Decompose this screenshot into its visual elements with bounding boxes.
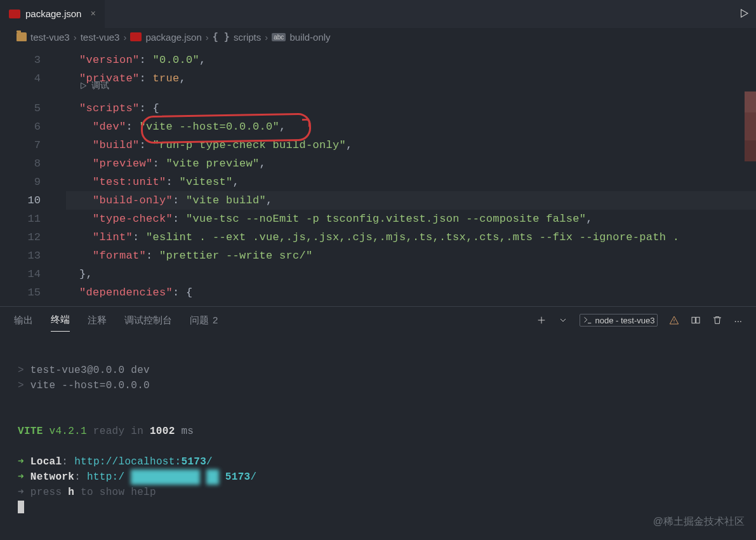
line-gutter: 3 4 5 6 7 8 9 10 11 12 13 14 15 [0, 46, 58, 302]
tab-problems[interactable]: 问题2 [190, 309, 218, 332]
panel-actions: node - test-vue3 ··· [536, 314, 742, 327]
breadcrumb-seg[interactable]: scripts [234, 32, 261, 43]
line-number: 10 [0, 191, 58, 210]
chevron-right-icon: › [206, 32, 209, 43]
trash-icon[interactable] [712, 315, 722, 325]
tab-debug-console[interactable]: 调试控制台 [124, 309, 172, 332]
chevron-right-icon: › [265, 32, 268, 43]
chevron-down-icon[interactable] [558, 315, 568, 325]
bottom-panel: 输出 终端 注释 调试控制台 问题2 node - test-vue3 ··· … [0, 306, 756, 540]
run-icon[interactable] [738, 8, 750, 22]
debug-label: 调试 [91, 80, 109, 91]
line-number: 11 [0, 210, 58, 228]
code-line[interactable]: "version": "0.0.0", [66, 51, 756, 69]
line-number: 12 [0, 228, 58, 246]
braces-icon: { } [213, 31, 230, 43]
terminal-cursor [18, 501, 24, 513]
tab-bar: package.json × [0, 0, 756, 28]
code-area[interactable]: "version": "0.0.0", "private": true, "sc… [66, 51, 756, 302]
code-line[interactable]: "dev": "vite --host=0.0.0.0", [66, 118, 756, 136]
tab-output[interactable]: 输出 [14, 309, 33, 332]
warning-icon[interactable] [669, 315, 679, 325]
terminal-output[interactable]: > test-vue3@0.0.0 dev > vite --host=0.0.… [0, 334, 756, 515]
line-number: 7 [0, 136, 58, 154]
line-number: 8 [0, 154, 58, 173]
minimap[interactable] [745, 91, 756, 161]
line-number: 3 [0, 51, 58, 69]
new-terminal-icon[interactable] [536, 315, 547, 325]
breadcrumb-seg[interactable]: package.json [145, 32, 201, 43]
code-line[interactable]: "type-check": "vue-tsc --noEmit -p tscon… [66, 210, 756, 228]
terminal-selector[interactable]: node - test-vue3 [580, 314, 658, 327]
panel-tabs: 输出 终端 注释 调试控制台 问题2 node - test-vue3 ··· [0, 307, 756, 334]
chevron-right-icon: › [123, 32, 126, 43]
line-number: 4 [0, 69, 58, 88]
close-icon[interactable]: × [90, 9, 95, 19]
breadcrumb-seg[interactable]: test-vue3 [81, 32, 120, 43]
tab-package-json[interactable]: package.json × [0, 0, 105, 28]
code-line[interactable]: "lint": "eslint . --ext .vue,.js,.jsx,.c… [66, 228, 756, 246]
code-line[interactable]: "test:unit": "vitest", [66, 173, 756, 191]
code-line[interactable]: "preview": "vite preview", [66, 154, 756, 173]
chevron-right-icon: › [74, 32, 77, 43]
breadcrumb-seg[interactable]: test-vue3 [30, 32, 70, 43]
breadcrumb[interactable]: test-vue3 › test-vue3 › package.json › {… [0, 28, 756, 46]
blurred-ip [131, 469, 200, 485]
string-icon: abc [272, 33, 286, 41]
line-number: 14 [0, 265, 58, 283]
code-line[interactable]: "format": "prettier --write src/" [66, 246, 756, 265]
code-line[interactable]: "scripts": { [66, 99, 756, 118]
watermark: @稀土掘金技术社区 [653, 515, 745, 529]
code-line[interactable]: "private": true, [66, 69, 756, 88]
svg-rect-1 [696, 317, 700, 323]
breadcrumb-seg[interactable]: build-only [289, 32, 330, 43]
code-line[interactable]: "build": "run-p type-check build-only", [66, 136, 756, 154]
svg-rect-0 [692, 317, 695, 323]
json-file-icon [130, 32, 142, 41]
more-icon[interactable]: ··· [734, 315, 742, 326]
code-line[interactable]: "dependencies": { [66, 283, 756, 302]
line-number: 9 [0, 173, 58, 191]
json-file-icon [9, 10, 20, 18]
debug-codelens[interactable]: 调试 [79, 80, 109, 91]
line-number: 6 [0, 118, 58, 136]
tab-label: package.json [25, 8, 81, 19]
line-number: 5 [0, 99, 58, 118]
folder-icon [17, 32, 27, 41]
tab-comments[interactable]: 注释 [88, 309, 107, 332]
code-line[interactable]: "build-only": "vite build", [66, 191, 756, 210]
code-editor[interactable]: 3 4 5 6 7 8 9 10 11 12 13 14 15 "version… [0, 46, 756, 306]
line-number: 13 [0, 246, 58, 265]
tab-terminal[interactable]: 终端 [51, 309, 70, 332]
split-terminal-icon[interactable] [691, 315, 701, 325]
code-line[interactable]: }, [66, 265, 756, 283]
line-number: 15 [0, 283, 58, 302]
